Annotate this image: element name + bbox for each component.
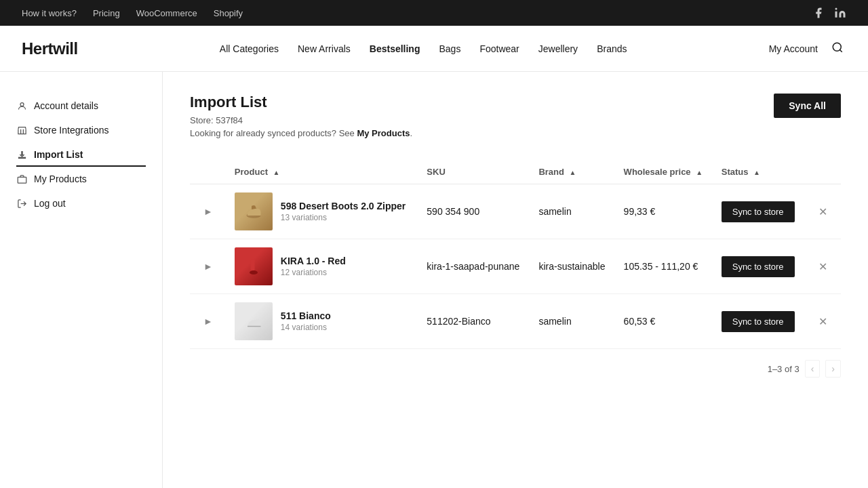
import-list-table: Product ▲ SKU Brand ▲ Wholesale price ▲ [190,160,841,349]
sidebar-item-account-details[interactable]: Account details [16,94,146,118]
top-bar: How it works? Pricing WooCommerce Shopif… [0,0,868,26]
linkedin-icon[interactable] [834,7,846,19]
my-products-link[interactable]: My Products [357,128,410,138]
remove-cell-1: ✕ [805,184,841,239]
search-button[interactable] [829,39,846,58]
status-sort-icon: ▲ [753,169,760,176]
action-col-header [805,160,841,184]
product-variations-3: 14 variations [281,323,331,332]
logout-icon [16,198,27,209]
expand-row-1-button[interactable]: ► [198,203,218,220]
svg-point-8 [250,270,258,274]
expand-row-3-button[interactable]: ► [198,313,218,329]
wholesale-price-col-header[interactable]: Wholesale price ▲ [616,160,713,184]
facebook-icon[interactable] [812,7,825,19]
status-cell-2: Sync to store [713,239,805,294]
sidebar-label-import-list: Import List [34,149,83,160]
product-name-variations-3: 511 Bianco 14 variations [281,310,331,332]
table-body: ► 598 Desert Boots 2.0 Zipper 13 variati… [190,184,841,349]
product-info-3: 511 Bianco 14 variations [235,302,410,340]
price-cell-3: 60,53 € [616,294,713,349]
sidebar-label-my-products: My Products [34,174,87,184]
nav-new-arrivals[interactable]: New Arrivals [298,43,351,54]
sku-col-header[interactable]: SKU [418,160,530,184]
table-row: ► KIRA 1.0 - Red 12 variations [190,239,841,294]
product-name-3: 511 Bianco [281,310,331,321]
table-row: ► 598 Desert Boots 2.0 Zipper 13 variati… [190,184,841,239]
pricing-link[interactable]: Pricing [93,8,120,18]
product-name-variations-2: KIRA 1.0 - Red 12 variations [281,256,346,277]
expand-cell-3: ► [190,294,226,349]
product-thumbnail-3 [235,302,273,340]
svg-rect-7 [250,260,254,271]
remove-cell-2: ✕ [805,239,841,294]
sidebar-label-account-details: Account details [34,100,98,111]
remove-row-1-button[interactable]: ✕ [813,203,833,221]
sidebar-label-store-integrations: Store Integrations [34,125,109,136]
nav-footwear[interactable]: Footwear [479,43,519,54]
product-variations-1: 13 variations [281,213,406,222]
main-content: Import List Store: 537f84 Looking for al… [163,72,868,488]
expand-cell-2: ► [190,239,226,294]
top-bar-social [812,7,846,19]
pagination: 1–3 of 3 ‹ › [190,349,841,388]
pagination-next-button[interactable]: › [825,360,841,378]
logo[interactable]: Hertwill [22,39,78,58]
remove-cell-3: ✕ [805,294,841,349]
brand-cell-2: kira-sustainable [530,239,615,294]
svg-point-1 [833,43,841,51]
layout: Account details Store Integrations Impor… [0,72,868,488]
how-it-works-link[interactable]: How it works? [22,8,77,18]
main-nav: All Categories New Arrivals Bestselling … [220,43,627,54]
pagination-prev-button[interactable]: ‹ [805,360,821,378]
woocommerce-link[interactable]: WooCommerce [136,8,197,18]
sync-to-store-button-2[interactable]: Sync to store [722,256,795,277]
nav-brands[interactable]: Brands [597,43,627,54]
sidebar-item-my-products[interactable]: My Products [16,167,146,191]
store-icon [16,125,27,136]
status-col-header[interactable]: Status ▲ [713,160,805,184]
sync-all-button[interactable]: Sync All [774,94,841,118]
product-thumbnail-2 [235,247,273,285]
my-account-link[interactable]: My Account [769,43,818,54]
table-header: Product ▲ SKU Brand ▲ Wholesale price ▲ [190,160,841,184]
nav-bestselling[interactable]: Bestselling [370,43,420,54]
synced-text: Looking for already synced products? See… [190,128,412,138]
svg-point-0 [835,8,837,10]
status-cell-3: Sync to store [713,294,805,349]
header-right: My Account [769,39,846,58]
sidebar-item-import-list[interactable]: Import List [16,142,146,167]
store-label: Store: 537f84 [190,115,412,125]
shopify-link[interactable]: Shopify [214,8,243,18]
sidebar-item-store-integrations[interactable]: Store Integrations [16,118,146,142]
expand-cell-1: ► [190,184,226,239]
sku-cell-2: kira-1-saapad-punane [418,239,530,294]
sync-to-store-button-3[interactable]: Sync to store [722,311,795,332]
import-icon [16,149,27,160]
top-bar-links: How it works? Pricing WooCommerce Shopif… [22,8,243,18]
product-cell-2: KIRA 1.0 - Red 12 variations [226,239,418,294]
remove-row-3-button[interactable]: ✕ [813,312,833,331]
page-header: Import List Store: 537f84 Looking for al… [190,94,841,141]
nav-all-categories[interactable]: All Categories [220,43,279,54]
status-cell-1: Sync to store [713,184,805,239]
product-name-2: KIRA 1.0 - Red [281,256,346,266]
person-icon [16,100,27,111]
product-cell-3: 511 Bianco 14 variations [226,294,418,349]
sidebar-label-log-out: Log out [34,198,66,209]
nav-jewellery[interactable]: Jewellery [538,43,578,54]
product-name-variations-1: 598 Desert Boots 2.0 Zipper 13 variation… [281,201,406,222]
page-header-text: Import List Store: 537f84 Looking for al… [190,94,412,141]
sku-cell-1: 590 354 900 [418,184,530,239]
header: Hertwill All Categories New Arrivals Bes… [0,26,868,72]
expand-row-2-button[interactable]: ► [198,258,218,274]
brand-col-header[interactable]: Brand ▲ [530,160,615,184]
product-col-header[interactable]: Product ▲ [226,160,418,184]
sync-to-store-button-1[interactable]: Sync to store [722,201,795,222]
nav-bags[interactable]: Bags [439,43,460,54]
sidebar: Account details Store Integrations Impor… [0,72,163,488]
sidebar-item-log-out[interactable]: Log out [16,191,146,216]
wholesale-price-sort-icon: ▲ [696,169,703,176]
remove-row-2-button[interactable]: ✕ [813,258,833,276]
svg-point-3 [20,102,24,106]
